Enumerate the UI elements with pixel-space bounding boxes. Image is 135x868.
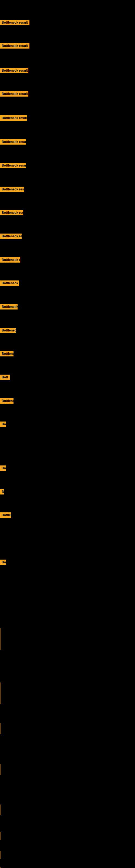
site-title [0, 0, 135, 4]
bottleneck-result-badge: Bottleneck result [0, 210, 23, 215]
bottleneck-line-indicator [1, 682, 1, 704]
bottleneck-line-indicator [1, 628, 1, 650]
bottleneck-result-badge: Bo [0, 560, 6, 565]
bottleneck-result-badge: Bottle [0, 513, 11, 518]
bottleneck-result-badge: Bott [0, 375, 10, 380]
bottleneck-result-badge: Bottleneck result [0, 187, 24, 192]
bottleneck-line-indicator [1, 805, 1, 815]
bottleneck-result-badge: Bottleneck result [0, 139, 26, 145]
bottleneck-result-badge: Bottlenec [0, 398, 13, 404]
bottleneck-result-badge: Bottleneck res [0, 280, 19, 286]
bottleneck-line-indicator [1, 764, 1, 775]
bottleneck-result-badge: Bottleneck result [0, 91, 28, 97]
bottleneck-result-badge: Bo [0, 465, 6, 471]
bottleneck-result-badge: Bottleneck result [0, 163, 26, 168]
bottleneck-result-badge: B [0, 489, 4, 495]
bottleneck-result-badge: Bottleneck res [0, 257, 20, 262]
bottleneck-result-badge: Bottleneck result [0, 43, 30, 49]
bottleneck-line-indicator [1, 723, 1, 734]
bottleneck-result-badge: Bottleneck result [0, 68, 28, 73]
bottleneck-line-indicator [1, 867, 1, 868]
bottleneck-result-badge: Bottleneck re [0, 328, 16, 333]
bottleneck-result-badge: Bo [0, 422, 6, 427]
bottleneck-line-indicator [1, 850, 1, 859]
bottleneck-result-badge: Bottleneck result [0, 20, 30, 25]
bottleneck-result-badge: Bottleneck res [0, 304, 17, 310]
bottleneck-result-badge: Bottlenec [0, 351, 13, 356]
bottleneck-result-badge: Bottleneck result [0, 234, 21, 239]
bottleneck-line-indicator [1, 832, 1, 840]
bottleneck-result-badge: Bottleneck result [0, 115, 27, 121]
